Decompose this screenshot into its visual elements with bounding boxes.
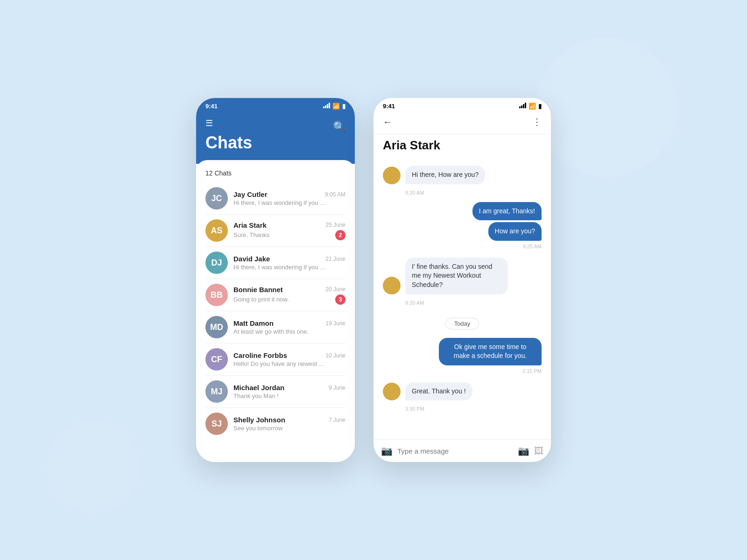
message-bubble-incoming: Hi there, How are you? [405, 166, 485, 184]
chat-avatar: SJ [205, 413, 228, 435]
chat-item[interactable]: JCJay Cutler9:05 AMHi there, I was wonde… [196, 182, 355, 214]
chat-time-label: 10 June [325, 352, 345, 359]
chat-item[interactable]: BBBonnie Bannet20 JuneGoing to print it … [196, 279, 355, 311]
status-bar-chats: 9:41 📶 ▮ [196, 98, 355, 112]
camera-icon[interactable]: 📷 [518, 445, 529, 456]
chat-item[interactable]: CFCaroline Forbbs10 JuneHello! Do you ha… [196, 343, 355, 375]
attach-icon[interactable]: 📷 [381, 445, 393, 456]
message-row-incoming: Hi there, How are you? [383, 166, 542, 184]
unread-badge: 2 [335, 230, 345, 240]
message-time: 3:30 PM [405, 406, 542, 412]
image-icon[interactable]: 🖼 [534, 446, 543, 456]
chat-header-bar: ← ⋮ [374, 112, 551, 134]
chat-preview-text: Hello! Do you have any newest style. [233, 360, 327, 367]
chat-preview-text: See you tomorrow [233, 425, 283, 432]
chat-item[interactable]: DJDavid Jake21 JuneHi there, I was wonde… [196, 247, 355, 279]
chat-time-label: 7 June [329, 417, 345, 423]
contact-name: Aria Stark [374, 134, 551, 160]
chat-item[interactable]: MDMatt Damon19 JuneAt least we go with t… [196, 311, 355, 343]
chat-info: Caroline Forbbs10 JuneHello! Do you have… [233, 351, 345, 367]
chat-info: Shelly Johnson7 JuneSee you tomorrow [233, 416, 345, 432]
chat-info: Bonnie Bannet20 JuneGoing to print it no… [233, 286, 345, 305]
signal-icon [323, 103, 330, 110]
message-bubble-incoming: Great. Thank you ! [405, 382, 472, 401]
chat-preview-text: At least we go with this one. [233, 328, 309, 335]
status-time-detail: 9:41 [383, 103, 395, 110]
message-bubble-outgoing: How are you? [488, 222, 542, 241]
chat-avatar: AS [205, 219, 228, 242]
signal-icon-detail [519, 103, 526, 110]
chat-info: David Jake21 JuneHi there, I was wonderi… [233, 255, 345, 271]
chat-avatar: MJ [205, 380, 228, 403]
chats-header: ☰ Chats 🔍 [196, 112, 355, 164]
chat-name-label: Bonnie Bannet [233, 286, 283, 294]
chat-preview-text: Thank you Man ! [233, 392, 279, 399]
chat-preview-text: Hi there, I was wondering if you could..… [233, 199, 327, 206]
chat-time-label: 25 June [325, 222, 345, 228]
message-row-incoming: Great. Thank you ! [383, 382, 542, 401]
message-avatar [383, 383, 401, 400]
today-label: Today [445, 318, 479, 329]
chat-time-label: 9:05 AM [325, 191, 345, 198]
chat-time-label: 21 June [325, 256, 345, 262]
message-time-outgoing: 9:25 AM [523, 244, 542, 249]
status-icons-detail: 📶 ▮ [519, 103, 542, 110]
message-time-outgoing: 2:15 PM [522, 368, 542, 374]
message-input[interactable] [397, 447, 513, 455]
message-time: 9:20 AM [405, 300, 542, 306]
chat-name-label: Jay Cutler [233, 190, 268, 198]
chat-info: Jay Cutler9:05 AMHi there, I was wonderi… [233, 190, 345, 206]
message-row-incoming: I' fine thanks. Can you send me my Newes… [383, 258, 542, 294]
message-avatar [383, 277, 401, 294]
message-avatar [383, 167, 401, 184]
chat-list: JCJay Cutler9:05 AMHi there, I was wonde… [196, 182, 355, 440]
chat-info: Aria Stark25 JuneSure, Thanks2 [233, 221, 345, 240]
chat-avatar: DJ [205, 252, 228, 274]
chat-preview-text: Going to print it now. [233, 296, 289, 303]
chat-avatar: MD [205, 316, 228, 338]
chat-avatar: CF [205, 348, 228, 371]
chat-avatar: JC [205, 187, 228, 210]
chat-item[interactable]: ASAria Stark25 JuneSure, Thanks2 [196, 215, 355, 246]
message-group-outgoing: I am great, Thanks!How are you?9:25 AM [383, 202, 542, 253]
search-icon[interactable]: 🔍 [333, 121, 345, 133]
message-bubble-outgoing: Ok give me some time to make a schedule … [439, 338, 542, 365]
battery-icon-detail: ▮ [538, 103, 542, 110]
status-time: 9:41 [205, 103, 218, 110]
unread-badge: 3 [335, 294, 345, 305]
today-divider: Today [383, 318, 542, 329]
messages-area: Hi there, How are you?9:20 AMI am great,… [374, 160, 551, 439]
chat-info: Matt Damon19 JuneAt least we go with thi… [233, 319, 345, 335]
more-button[interactable]: ⋮ [532, 116, 542, 127]
status-icons: 📶 ▮ [323, 103, 345, 110]
chat-name-label: David Jake [233, 255, 270, 263]
chat-name-label: Aria Stark [233, 221, 267, 229]
chat-item[interactable]: MJMichael Jordan9 JuneThank you Man ! [196, 376, 355, 407]
chat-info: Michael Jordan9 JuneThank you Man ! [233, 384, 345, 399]
chat-time-label: 9 June [329, 385, 345, 391]
detail-phone: 9:41 📶 ▮ ← ⋮ Aria Stark Hi there, How ar… [374, 98, 551, 462]
message-time: 9:20 AM [405, 190, 542, 196]
chat-avatar: BB [205, 284, 228, 306]
wifi-icon-detail: 📶 [529, 103, 536, 110]
chats-count: 12 Chats [196, 168, 355, 182]
chat-name-label: Michael Jordan [233, 384, 284, 392]
input-bar: 📷 📷 🖼 [374, 439, 551, 462]
chat-name-label: Caroline Forbbs [233, 351, 287, 359]
message-bubble-outgoing: I am great, Thanks! [472, 202, 542, 221]
chat-name-label: Matt Damon [233, 319, 274, 327]
chat-item[interactable]: SJShelly Johnson7 JuneSee you tomorrow [196, 408, 355, 440]
chats-title: Chats [205, 133, 333, 153]
menu-icon[interactable]: ☰ [205, 118, 333, 128]
chat-time-label: 20 June [325, 286, 345, 293]
message-group-outgoing: Ok give me some time to make a schedule … [383, 338, 542, 378]
chat-name-label: Shelly Johnson [233, 416, 285, 424]
chat-preview-text: Sure, Thanks [233, 231, 269, 238]
status-bar-detail: 9:41 📶 ▮ [374, 98, 551, 112]
chat-preview-text: Hi there, I was wondering if you could..… [233, 264, 327, 271]
message-bubble-incoming: I' fine thanks. Can you send me my Newes… [405, 258, 508, 294]
chats-phone: 9:41 📶 ▮ ☰ Chats 🔍 12 Chats JCJay Cutler [196, 98, 355, 462]
chats-body: 12 Chats JCJay Cutler9:05 AMHi there, I … [196, 160, 355, 462]
back-button[interactable]: ← [383, 117, 392, 127]
chat-time-label: 19 June [325, 320, 345, 327]
